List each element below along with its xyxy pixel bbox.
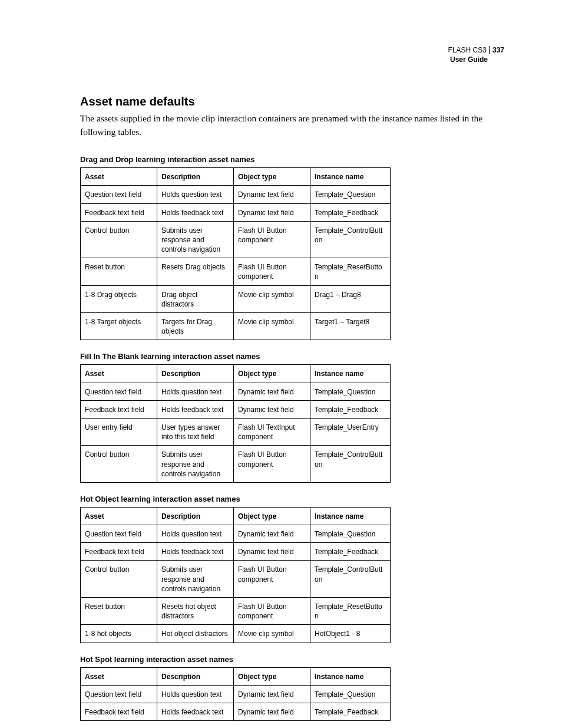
table-cell: Template_Feedback bbox=[310, 703, 391, 720]
table-header-cell: Asset bbox=[81, 168, 157, 186]
page: FLASH CS3337 User Guide Asset name defau… bbox=[0, 0, 562, 728]
table-cell: Reset button bbox=[81, 598, 157, 625]
table-header-row: AssetDescriptionObject typeInstance name bbox=[81, 168, 391, 186]
table-row: Question text fieldHolds question textDy… bbox=[81, 685, 391, 703]
table-cell: 1-8 Drag objects bbox=[81, 285, 157, 312]
table-cell: Holds question text bbox=[157, 383, 234, 400]
page-header: FLASH CS3337 User Guide bbox=[80, 46, 504, 64]
table-cell: Target1 – Target8 bbox=[310, 313, 391, 340]
table-row: Feedback text fieldHolds feedback textDy… bbox=[81, 543, 391, 561]
table-cell: Feedback text field bbox=[81, 543, 157, 561]
table-cell: Flash UI Button component bbox=[234, 598, 310, 625]
section-title: Asset name defaults bbox=[80, 95, 504, 108]
table-cell: Holds feedback text bbox=[157, 203, 234, 221]
table-cell: Dynamic text field bbox=[234, 525, 310, 543]
table-header-cell: Instance name bbox=[310, 168, 391, 186]
table-cell: 1-8 hot objects bbox=[81, 625, 157, 643]
table-cell: Flash UI Button component bbox=[234, 221, 310, 258]
table-cell: Submits user response and controls navig… bbox=[157, 221, 234, 258]
table-title: Drag and Drop learning interaction asset… bbox=[80, 155, 504, 164]
table-cell: Question text field bbox=[81, 186, 157, 203]
table-cell: Holds question text bbox=[157, 685, 234, 703]
table-cell: Flash UI Button component bbox=[234, 446, 310, 483]
table-header-cell: Object type bbox=[234, 365, 310, 383]
product-name: FLASH CS3 bbox=[448, 46, 487, 55]
table-row: Question text fieldHolds question textDy… bbox=[81, 186, 391, 203]
table-cell: Control button bbox=[81, 221, 157, 258]
table-header-cell: Asset bbox=[81, 667, 157, 685]
table-row: Question text fieldHolds question textDy… bbox=[81, 525, 391, 543]
table-row: Control buttonSubmits user response and … bbox=[81, 221, 391, 258]
table-cell: Dynamic text field bbox=[234, 685, 310, 703]
table-cell: Drag1 – Drag8 bbox=[310, 285, 391, 312]
table-header-cell: Asset bbox=[81, 507, 157, 525]
table-cell: Submits user response and controls navig… bbox=[157, 446, 234, 483]
table-row: Control buttonSubmits user response and … bbox=[81, 446, 391, 483]
table-cell: Resets hot object distractors bbox=[157, 598, 234, 625]
table-row: Feedback text fieldHolds feedback textDy… bbox=[81, 703, 391, 720]
table-cell: Flash UI TextInput component bbox=[234, 418, 310, 445]
table-cell: Hot object distractors bbox=[157, 625, 234, 643]
table-cell: Holds question text bbox=[157, 525, 234, 543]
table-cell: Movie clip symbol bbox=[234, 313, 310, 340]
table-cell: Template_ControlButton bbox=[310, 446, 391, 483]
table-cell: Template_UserEntry bbox=[310, 418, 391, 445]
table-cell: Dynamic text field bbox=[234, 203, 310, 221]
table-cell: Targets for Drag objects bbox=[157, 313, 234, 340]
table-row: User entry fieldUser types answer into t… bbox=[81, 418, 391, 445]
table-cell: Feedback text field bbox=[81, 703, 157, 720]
table-cell: User entry field bbox=[81, 418, 157, 445]
table-cell: Template_ControlButton bbox=[310, 221, 391, 258]
table-row: Question text fieldHolds question textDy… bbox=[81, 383, 391, 400]
table-cell: Question text field bbox=[81, 525, 157, 543]
table-cell: Question text field bbox=[81, 685, 157, 703]
table-title: Hot Spot learning interaction asset name… bbox=[80, 655, 504, 664]
table-cell: Template_Feedback bbox=[310, 400, 391, 418]
guide-name: User Guide bbox=[80, 55, 488, 65]
table-cell: Template_Feedback bbox=[310, 543, 391, 561]
table-row: Reset buttonResets Drag objectsFlash UI … bbox=[81, 258, 391, 285]
table-cell: Dynamic text field bbox=[234, 400, 310, 418]
asset-table: AssetDescriptionObject typeInstance name… bbox=[80, 667, 391, 722]
table-cell: Dynamic text field bbox=[234, 543, 310, 561]
table-cell: Template_ResetButton bbox=[310, 598, 391, 625]
table-title: Fill In The Blank learning interaction a… bbox=[80, 352, 504, 361]
table-row: Feedback text fieldHolds feedback textDy… bbox=[81, 400, 391, 418]
table-cell: Submits user response and controls navig… bbox=[157, 561, 234, 598]
table-cell: Holds question text bbox=[157, 186, 234, 203]
table-header-cell: Instance name bbox=[310, 365, 391, 383]
table-cell: Flash UI Button component bbox=[234, 561, 310, 598]
table-row: 1-8 hot objectsHot object distractorsMov… bbox=[81, 625, 391, 643]
table-cell: Dynamic text field bbox=[234, 186, 310, 203]
table-cell: Flash UI Button component bbox=[234, 258, 310, 285]
table-cell: Holds feedback text bbox=[157, 400, 234, 418]
table-header-row: AssetDescriptionObject typeInstance name bbox=[81, 507, 391, 525]
table-header-cell: Object type bbox=[234, 168, 310, 186]
table-cell: Holds feedback text bbox=[157, 543, 234, 561]
table-row: Reset buttonResets hot object distractor… bbox=[81, 598, 391, 625]
table-cell: Control button bbox=[81, 446, 157, 483]
table-header-cell: Asset bbox=[81, 365, 157, 383]
asset-table: AssetDescriptionObject typeInstance name… bbox=[80, 167, 391, 340]
table-row: Control buttonSubmits user response and … bbox=[81, 561, 391, 598]
table-row: 1-8 Target objectsTargets for Drag objec… bbox=[81, 313, 391, 340]
table-cell: Template_Question bbox=[310, 383, 391, 400]
table-row: Feedback text fieldHolds feedback textDy… bbox=[81, 203, 391, 221]
asset-table: AssetDescriptionObject typeInstance name… bbox=[80, 507, 391, 643]
table-header-cell: Instance name bbox=[310, 667, 391, 685]
table-header-cell: Instance name bbox=[310, 507, 391, 525]
table-header-cell: Object type bbox=[234, 667, 310, 685]
table-cell: Control button bbox=[81, 561, 157, 598]
table-header-cell: Description bbox=[157, 365, 234, 383]
table-cell: HotObject1 - 8 bbox=[310, 625, 391, 643]
table-cell: Holds feedback text bbox=[157, 703, 234, 720]
table-cell: Question text field bbox=[81, 383, 157, 400]
table-header-row: AssetDescriptionObject typeInstance name bbox=[81, 365, 391, 383]
table-cell: Template_ControlButton bbox=[310, 561, 391, 598]
table-header-cell: Object type bbox=[234, 507, 310, 525]
page-number: 337 bbox=[489, 46, 504, 54]
table-cell: Reset button bbox=[81, 258, 157, 285]
table-header-cell: Description bbox=[157, 507, 234, 525]
table-cell: Feedback text field bbox=[81, 400, 157, 418]
table-title: Hot Object learning interaction asset na… bbox=[80, 495, 504, 503]
